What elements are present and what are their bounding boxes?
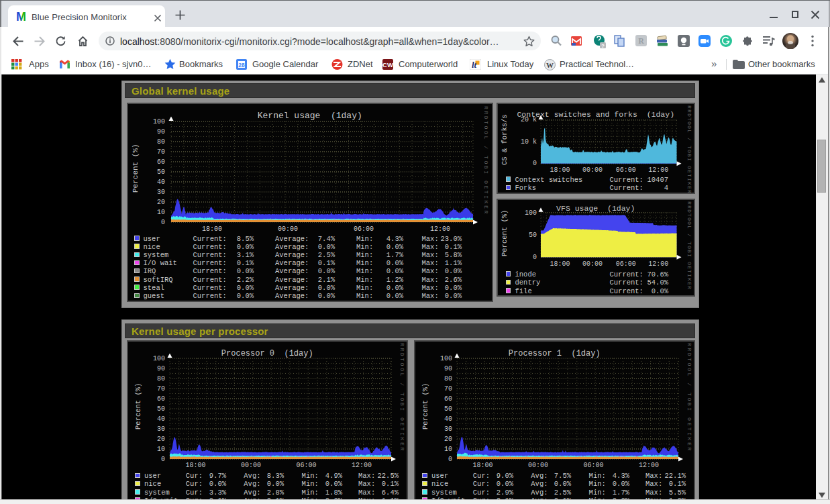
- svg-text:W: W: [546, 61, 554, 69]
- svg-text:lt: lt: [472, 60, 477, 70]
- svg-text:?: ?: [601, 43, 605, 49]
- svg-text:28: 28: [238, 62, 245, 68]
- svg-text:CW: CW: [382, 61, 393, 68]
- svg-text:R: R: [638, 36, 644, 46]
- svg-text:M: M: [16, 10, 26, 23]
